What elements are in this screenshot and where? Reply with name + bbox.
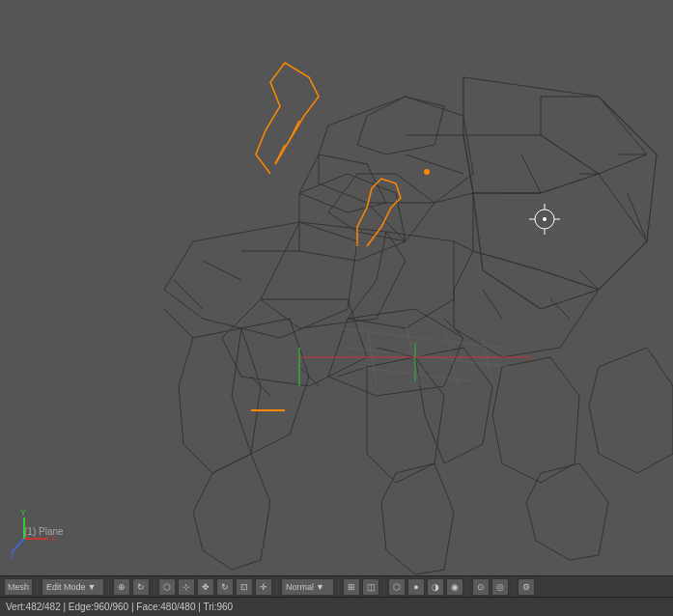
svg-point-66 xyxy=(543,217,547,221)
wireframe-button[interactable]: ⬡ xyxy=(388,578,406,596)
status-bar: Vert:482/482 | Edge:960/960 | Face:480/4… xyxy=(0,597,673,616)
svg-text:Y: Y xyxy=(20,510,26,518)
overlay-button[interactable]: ⊞ xyxy=(343,578,360,596)
mesh-button[interactable]: Mesh xyxy=(4,578,33,596)
proportional-icon: ◎ xyxy=(496,582,504,592)
globe-icon: ⊕ xyxy=(118,582,126,592)
solid-button[interactable]: ● xyxy=(407,578,425,596)
edit-mode-label: Edit Mode xyxy=(46,582,86,592)
mesh-display xyxy=(0,0,673,579)
rotate-button[interactable]: ↻ xyxy=(216,578,234,596)
select-box-button[interactable]: ⬡ xyxy=(158,578,176,596)
plane-label: (1) Plane xyxy=(24,526,64,537)
xray-button[interactable]: ◫ xyxy=(362,578,379,596)
transform-icon: ✛ xyxy=(260,582,267,592)
xray-icon: ◫ xyxy=(367,582,376,592)
cursor-button[interactable]: ⊹ xyxy=(178,578,195,596)
material-icon: ◑ xyxy=(432,582,439,592)
settings-button[interactable]: ⚙ xyxy=(518,578,535,596)
separator-6 xyxy=(383,579,384,595)
settings-icon: ⚙ xyxy=(522,582,530,592)
separator-5 xyxy=(338,579,339,595)
dropdown-arrow: ▼ xyxy=(88,582,97,592)
render-button[interactable]: ◉ xyxy=(446,578,463,596)
transform-button[interactable]: ✛ xyxy=(255,578,272,596)
local-icon: ↻ xyxy=(137,582,145,592)
rotate-icon: ↻ xyxy=(221,582,229,592)
svg-line-71 xyxy=(12,539,24,552)
separator-4 xyxy=(276,579,277,595)
svg-rect-0 xyxy=(0,0,673,579)
toolbar: Mesh Edit Mode ▼ ⊕ ↻ ⬡ ⊹ ✥ ↻ ⊡ ✛ Normal … xyxy=(0,575,673,597)
status-info: Vert:482/482 | Edge:960/960 | Face:480/4… xyxy=(0,602,238,612)
mesh-label: Mesh xyxy=(8,582,29,592)
separator-7 xyxy=(467,579,468,595)
3d-viewport[interactable]: User Ortho Meters xyxy=(0,0,673,579)
svg-point-59 xyxy=(424,169,430,175)
snap-icon: ⊙ xyxy=(477,582,485,592)
cursor-icon: ⊹ xyxy=(182,582,190,592)
normal-arrow: ▼ xyxy=(316,582,324,592)
edit-mode-dropdown[interactable]: Edit Mode ▼ xyxy=(42,578,104,596)
separator-8 xyxy=(513,579,514,595)
separator-2 xyxy=(108,579,109,595)
svg-text:Z: Z xyxy=(10,551,14,558)
proportional-button[interactable]: ◎ xyxy=(491,578,509,596)
box-select-icon: ⬡ xyxy=(163,582,171,592)
move-icon: ✥ xyxy=(202,582,210,592)
solid-icon: ● xyxy=(413,582,418,592)
move-button[interactable]: ✥ xyxy=(197,578,214,596)
snap-button[interactable]: ⊙ xyxy=(472,578,490,596)
scale-icon: ⊡ xyxy=(240,582,248,592)
render-icon: ◉ xyxy=(451,582,459,592)
view-global-button[interactable]: ⊕ xyxy=(113,578,130,596)
material-button[interactable]: ◑ xyxy=(427,578,444,596)
separator-3 xyxy=(154,579,154,595)
normal-label: Normal xyxy=(286,582,314,592)
wireframe-icon: ⬡ xyxy=(393,582,401,592)
separator-1 xyxy=(37,579,38,595)
normal-dropdown[interactable]: Normal ▼ xyxy=(281,578,334,596)
overlay-icon: ⊞ xyxy=(348,582,355,592)
view-local-button[interactable]: ↻ xyxy=(132,578,150,596)
scale-button[interactable]: ⊡ xyxy=(236,578,253,596)
